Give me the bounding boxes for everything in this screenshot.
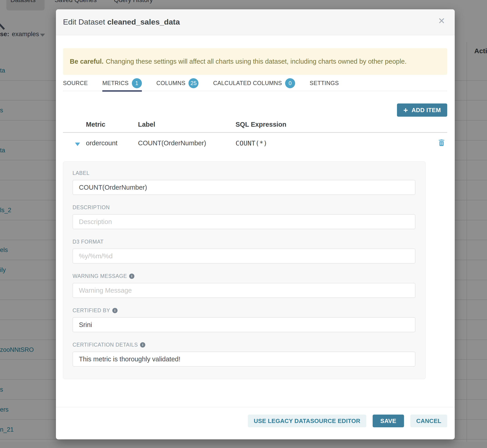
field-caption-text: LABEL (72, 170, 90, 176)
description-input[interactable] (72, 214, 415, 229)
tab-label: CALCULATED COLUMNS (213, 80, 282, 86)
plus-icon: + (403, 106, 408, 114)
metric-name-cell: ordercount (86, 139, 118, 147)
trash-icon[interactable] (438, 138, 446, 148)
warning-banner-text: Changing these settings will affect all … (106, 58, 407, 65)
tab-calculated-columns[interactable]: CALCULATED COLUMNS 0 (213, 79, 295, 91)
field-certification-details: CERTIFICATION DETAILS i (72, 342, 415, 367)
tab-label: SETTINGS (310, 80, 339, 86)
save-button[interactable]: SAVE (373, 415, 404, 427)
d3-format-input[interactable] (72, 248, 415, 264)
modal-title: Edit Dataset cleaned_sales_data (63, 17, 180, 26)
field-caption-text: CERTIFICATION DETAILS (72, 342, 138, 348)
info-icon[interactable]: i (112, 308, 118, 313)
cancel-button[interactable]: CANCEL (410, 415, 447, 427)
info-icon[interactable]: i (129, 273, 134, 279)
close-icon[interactable]: ✕ (438, 16, 445, 25)
dataset-editor-tabs: SOURCE METRICS 1 COLUMNS 25 CALCULATED C… (63, 79, 447, 91)
label-input[interactable] (72, 180, 415, 195)
tab-metrics[interactable]: METRICS 1 (102, 79, 142, 91)
field-caption: CERTIFIED BY i (72, 307, 415, 314)
calculated-columns-count-badge: 0 (285, 78, 295, 88)
tab-source[interactable]: SOURCE (63, 79, 88, 91)
field-warning-message: WARNING MESSAGE i (72, 273, 415, 298)
table-header-divider (63, 132, 447, 133)
field-caption: CERTIFICATION DETAILS i (72, 342, 415, 348)
add-item-label: ADD ITEM (412, 107, 441, 114)
column-header-metric: Metric (86, 121, 105, 128)
metric-sql-cell: COUNT(*) (236, 139, 267, 147)
edit-dataset-modal: Edit Dataset cleaned_sales_data ✕ Be car… (56, 9, 455, 439)
field-caption: DESCRIPTION (72, 204, 415, 211)
tab-label: METRICS (102, 80, 128, 86)
certified-by-input[interactable] (72, 317, 415, 332)
column-header-sql-expression: SQL Expression (236, 121, 287, 128)
field-caption-text: D3 FORMAT (72, 239, 104, 245)
tab-label: COLUMNS (156, 80, 185, 86)
field-d3-format: D3 FORMAT (72, 239, 415, 264)
metric-table-row: ordercount COUNT(OrderNumber) COUNT(*) (56, 137, 455, 152)
tab-label: SOURCE (63, 80, 88, 86)
modal-footer: USE LEGACY DATASOURCE EDITOR SAVE CANCEL (248, 415, 447, 427)
warning-message-input[interactable] (72, 283, 415, 298)
metric-label-cell: COUNT(OrderNumber) (138, 139, 206, 147)
field-description: DESCRIPTION (72, 204, 415, 229)
metric-detail-panel: LABEL DESCRIPTION D3 FORMAT WARNING MESS… (63, 161, 426, 379)
field-caption: LABEL (72, 170, 415, 176)
field-caption-text: WARNING MESSAGE (72, 273, 127, 279)
warning-banner: Be careful.Changing these settings will … (63, 48, 447, 75)
tab-settings[interactable]: SETTINGS (310, 79, 339, 91)
modal-title-prefix: Edit Dataset (63, 17, 105, 26)
add-item-button[interactable]: + ADD ITEM (397, 104, 447, 117)
info-icon[interactable]: i (140, 342, 145, 347)
dataset-name: cleaned_sales_data (107, 17, 180, 26)
field-certified-by: CERTIFIED BY i (72, 307, 415, 332)
field-label: LABEL (72, 170, 415, 195)
metrics-count-badge: 1 (132, 78, 142, 88)
expand-caret-icon[interactable] (75, 143, 80, 146)
columns-count-badge: 25 (189, 78, 199, 88)
use-legacy-datasource-editor-button[interactable]: USE LEGACY DATASOURCE EDITOR (248, 415, 366, 427)
field-caption-text: DESCRIPTION (72, 204, 110, 211)
column-header-label: Label (138, 121, 155, 128)
field-caption: D3 FORMAT (72, 239, 415, 245)
field-caption-text: CERTIFIED BY (72, 307, 110, 314)
footer-divider (56, 407, 455, 407)
field-caption: WARNING MESSAGE i (72, 273, 415, 279)
modal-header: Edit Dataset cleaned_sales_data ✕ (56, 9, 455, 35)
certification-details-input[interactable] (72, 352, 415, 367)
warning-banner-bold: Be careful. (70, 58, 104, 65)
tab-columns[interactable]: COLUMNS 25 (156, 79, 199, 91)
